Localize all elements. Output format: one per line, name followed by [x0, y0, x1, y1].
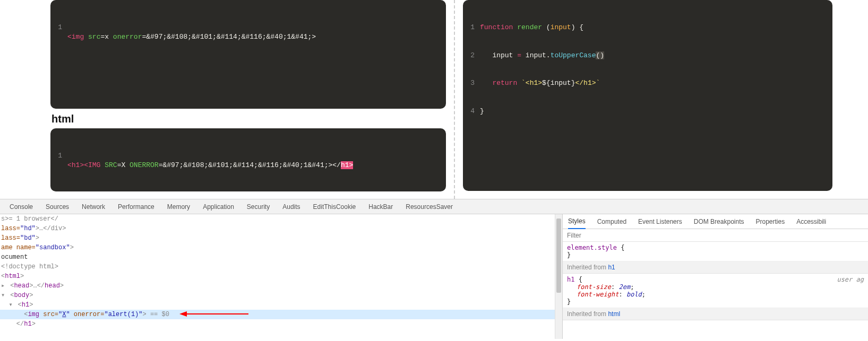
output-code-editor[interactable]: 1 <h1><IMG SRC=X ONERROR=&#97;&#108;&#10…	[50, 128, 446, 191]
devtools-panel: Console Sources Network Performance Memo…	[0, 199, 868, 339]
tab-network[interactable]: Network	[82, 203, 105, 211]
tab-computed[interactable]: Computed	[597, 218, 626, 229]
line-number: 4	[463, 107, 480, 116]
style-rule-h1[interactable]: h1 { user ag font-size: 2em; font-weight…	[563, 274, 868, 308]
elements-scrollbar[interactable]	[555, 214, 562, 339]
line-number: 1	[463, 23, 480, 32]
code-line: <img src=x onerror=&#97;&#108;&#101;&#11…	[67, 23, 446, 41]
line-number: 1	[50, 23, 67, 41]
tab-performance[interactable]: Performance	[118, 203, 154, 211]
tab-event-listeners[interactable]: Event Listeners	[638, 218, 682, 229]
dom-node-selected[interactable]: <img src="X" onerror="alert(1)"> == $0	[0, 310, 562, 319]
code-line: <h1><IMG SRC=X ONERROR=&#97;&#108;&#101;…	[67, 151, 446, 170]
tab-sources[interactable]: Sources	[46, 203, 69, 211]
tab-hackbar[interactable]: HackBar	[368, 203, 393, 211]
tab-accessibility[interactable]: Accessibili	[796, 218, 826, 229]
tab-styles[interactable]: Styles	[568, 217, 586, 229]
devtools-main-tabs: Console Sources Network Performance Memo…	[0, 199, 868, 214]
dom-node[interactable]: ▾ <h1>	[0, 300, 562, 310]
styles-subtabs: Styles Computed Event Listeners DOM Brea…	[563, 214, 868, 229]
input-code-editor[interactable]: 1 <img src=x onerror=&#97;&#108;&#101;&#…	[50, 0, 446, 109]
code-line: function render (input) {	[480, 23, 832, 32]
tab-memory[interactable]: Memory	[167, 203, 190, 211]
dom-node[interactable]: ▾ <body>	[0, 291, 562, 300]
code-line: input = input.toUpperCase()	[480, 51, 832, 60]
tab-resourcessaver[interactable]: ResourcesSaver	[406, 203, 453, 211]
line-number: 1	[50, 151, 67, 170]
elements-tree[interactable]: s>= 1 browser</ lass="hd">…</div> lass="…	[0, 214, 562, 339]
tab-properties[interactable]: Properties	[755, 218, 785, 229]
dom-node[interactable]: lass="bd">	[0, 233, 562, 243]
html-section-label: html	[50, 109, 446, 128]
tab-editthiscookie[interactable]: EditThisCookie	[313, 203, 356, 211]
render-function-editor[interactable]: 1 function render (input) { 2 input = in…	[463, 0, 832, 191]
tab-console[interactable]: Console	[10, 203, 33, 211]
annotation-arrow-icon	[179, 310, 248, 318]
dom-node[interactable]: ▸ <head>…</head>	[0, 281, 562, 291]
dom-node[interactable]: ame name="sandbox">	[0, 243, 562, 252]
tab-audits[interactable]: Audits	[282, 203, 300, 211]
inherited-from-html: Inherited from html	[563, 308, 868, 320]
pane-divider[interactable]	[454, 0, 455, 199]
tab-dom-breakpoints[interactable]: DOM Breakpoints	[694, 218, 744, 229]
dom-node[interactable]: s>= 1 browser</	[0, 214, 562, 224]
dom-node[interactable]: <!doctype html>	[0, 262, 562, 272]
line-number: 3	[463, 78, 480, 88]
tab-security[interactable]: Security	[247, 203, 270, 211]
line-number: 2	[463, 51, 480, 60]
dom-node[interactable]: lass="hd">…</div>	[0, 224, 562, 233]
code-line: return `<h1>${input}</h1>`	[480, 78, 832, 88]
dom-node[interactable]: <html>	[0, 272, 562, 281]
inherited-from-h1: Inherited from h1	[563, 261, 868, 274]
styles-filter-input[interactable]	[563, 229, 868, 241]
svg-marker-1	[179, 311, 187, 317]
code-line: }	[480, 107, 832, 116]
dom-node[interactable]: </h1>	[0, 319, 562, 329]
dom-node[interactable]: ocument	[0, 252, 562, 262]
style-rule-element[interactable]: element.style { }	[563, 242, 868, 261]
tab-application[interactable]: Application	[203, 203, 234, 211]
